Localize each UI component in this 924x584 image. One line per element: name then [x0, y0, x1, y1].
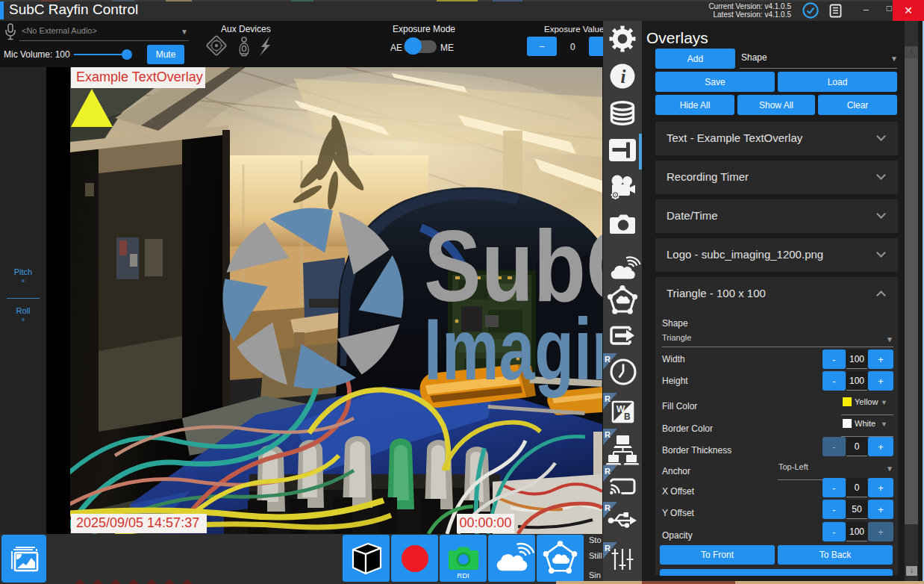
svg-text:R: R	[605, 394, 611, 403]
svg-text:B: B	[624, 411, 631, 422]
svg-text:R: R	[605, 503, 611, 512]
svg-text:R: R	[605, 467, 611, 476]
svg-text:R: R	[605, 544, 611, 553]
svg-text:i: i	[621, 66, 626, 87]
svg-text:R: R	[605, 355, 611, 364]
svg-text:Imaging: Imaging	[424, 301, 602, 398]
svg-text:R: R	[605, 430, 611, 439]
svg-text:RDI: RDI	[457, 571, 469, 580]
